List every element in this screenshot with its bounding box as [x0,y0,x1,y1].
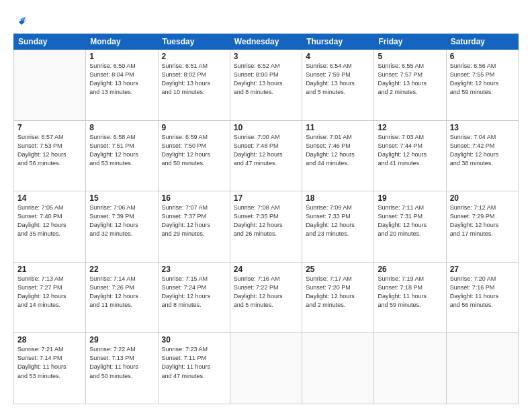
day-number: 13 [450,123,515,132]
logo-bird-icon [15,12,30,27]
calendar-cell: 20Sunrise: 7:12 AM Sunset: 7:29 PM Dayli… [446,191,518,263]
calendar-cell [302,333,374,404]
day-info: Sunrise: 7:03 AM Sunset: 7:44 PM Dayligh… [378,133,442,168]
day-number: 4 [306,52,370,61]
calendar-week-row: 1Sunrise: 6:50 AM Sunset: 8:04 PM Daylig… [14,50,519,121]
day-number: 2 [162,52,226,61]
page: SundayMondayTuesdayWednesdayThursdayFrid… [0,0,532,411]
calendar-cell: 7Sunrise: 6:57 AM Sunset: 7:53 PM Daylig… [14,120,86,191]
day-info: Sunrise: 7:09 AM Sunset: 7:33 PM Dayligh… [306,203,370,238]
day-info: Sunrise: 7:01 AM Sunset: 7:46 PM Dayligh… [306,133,370,168]
calendar-cell: 11Sunrise: 7:01 AM Sunset: 7:46 PM Dayli… [302,120,374,191]
calendar-week-row: 28Sunrise: 7:21 AM Sunset: 7:14 PM Dayli… [14,333,519,404]
day-info: Sunrise: 7:04 AM Sunset: 7:42 PM Dayligh… [450,133,515,168]
day-number: 18 [306,193,370,203]
day-info: Sunrise: 7:21 AM Sunset: 7:14 PM Dayligh… [17,345,82,380]
calendar-cell: 29Sunrise: 7:22 AM Sunset: 7:13 PM Dayli… [86,333,158,404]
logo [13,12,30,27]
day-info: Sunrise: 7:17 AM Sunset: 7:20 PM Dayligh… [306,275,370,310]
day-info: Sunrise: 7:05 AM Sunset: 7:40 PM Dayligh… [17,203,82,238]
calendar-cell: 24Sunrise: 7:16 AM Sunset: 7:22 PM Dayli… [230,262,302,333]
day-info: Sunrise: 7:11 AM Sunset: 7:31 PM Dayligh… [378,203,442,238]
day-number: 17 [234,193,298,203]
day-number: 27 [450,265,515,274]
day-info: Sunrise: 6:59 AM Sunset: 7:50 PM Dayligh… [162,133,226,168]
day-number: 26 [378,265,442,274]
day-number: 29 [89,335,154,345]
day-number: 5 [378,52,442,61]
calendar-week-row: 21Sunrise: 7:13 AM Sunset: 7:27 PM Dayli… [14,262,519,333]
calendar-cell: 19Sunrise: 7:11 AM Sunset: 7:31 PM Dayli… [374,191,446,263]
weekday-header-row: SundayMondayTuesdayWednesdayThursdayFrid… [14,34,519,50]
day-number: 14 [17,193,82,203]
calendar-cell [374,333,446,404]
calendar-cell: 6Sunrise: 6:56 AM Sunset: 7:55 PM Daylig… [446,50,518,121]
day-info: Sunrise: 7:06 AM Sunset: 7:39 PM Dayligh… [89,203,154,238]
weekday-header-sunday: Sunday [14,34,86,50]
day-number: 23 [162,265,226,274]
day-info: Sunrise: 7:22 AM Sunset: 7:13 PM Dayligh… [89,345,154,380]
calendar-cell: 13Sunrise: 7:04 AM Sunset: 7:42 PM Dayli… [446,120,518,191]
day-info: Sunrise: 7:15 AM Sunset: 7:24 PM Dayligh… [162,275,226,310]
calendar-cell: 4Sunrise: 6:54 AM Sunset: 7:59 PM Daylig… [302,50,374,121]
calendar-cell: 9Sunrise: 6:59 AM Sunset: 7:50 PM Daylig… [158,120,230,191]
calendar-cell: 14Sunrise: 7:05 AM Sunset: 7:40 PM Dayli… [14,191,86,263]
day-number: 12 [378,123,442,132]
day-number: 16 [162,193,226,203]
day-number: 10 [234,123,298,132]
day-info: Sunrise: 7:14 AM Sunset: 7:26 PM Dayligh… [89,275,154,310]
day-info: Sunrise: 6:58 AM Sunset: 7:51 PM Dayligh… [89,133,154,168]
calendar-cell: 22Sunrise: 7:14 AM Sunset: 7:26 PM Dayli… [86,262,158,333]
day-number: 20 [450,193,515,203]
calendar-cell: 8Sunrise: 6:58 AM Sunset: 7:51 PM Daylig… [86,120,158,191]
calendar-cell: 16Sunrise: 7:07 AM Sunset: 7:37 PM Dayli… [158,191,230,263]
weekday-header-thursday: Thursday [302,34,374,50]
calendar-cell: 2Sunrise: 6:51 AM Sunset: 8:02 PM Daylig… [158,50,230,121]
calendar-cell: 15Sunrise: 7:06 AM Sunset: 7:39 PM Dayli… [86,191,158,263]
calendar-cell: 21Sunrise: 7:13 AM Sunset: 7:27 PM Dayli… [14,262,86,333]
header [13,12,519,27]
day-number: 21 [17,265,82,274]
calendar-cell: 30Sunrise: 7:23 AM Sunset: 7:11 PM Dayli… [158,333,230,404]
day-number: 28 [17,335,82,345]
calendar-cell [14,50,86,121]
calendar-cell: 28Sunrise: 7:21 AM Sunset: 7:14 PM Dayli… [14,333,86,404]
day-number: 30 [162,335,226,345]
weekday-header-wednesday: Wednesday [230,34,302,50]
day-info: Sunrise: 7:19 AM Sunset: 7:18 PM Dayligh… [378,275,442,310]
day-info: Sunrise: 6:57 AM Sunset: 7:53 PM Dayligh… [17,133,82,168]
day-info: Sunrise: 7:13 AM Sunset: 7:27 PM Dayligh… [17,275,82,310]
calendar-cell: 12Sunrise: 7:03 AM Sunset: 7:44 PM Dayli… [374,120,446,191]
calendar-cell: 26Sunrise: 7:19 AM Sunset: 7:18 PM Dayli… [374,262,446,333]
day-number: 25 [306,265,370,274]
calendar-cell: 17Sunrise: 7:08 AM Sunset: 7:35 PM Dayli… [230,191,302,263]
day-number: 9 [162,123,226,132]
day-number: 15 [89,193,154,203]
day-info: Sunrise: 7:16 AM Sunset: 7:22 PM Dayligh… [234,275,298,310]
calendar: SundayMondayTuesdayWednesdayThursdayFrid… [13,34,519,404]
day-info: Sunrise: 7:23 AM Sunset: 7:11 PM Dayligh… [162,345,226,380]
calendar-cell: 27Sunrise: 7:20 AM Sunset: 7:16 PM Dayli… [446,262,518,333]
weekday-header-monday: Monday [86,34,158,50]
day-info: Sunrise: 7:07 AM Sunset: 7:37 PM Dayligh… [162,203,226,238]
weekday-header-friday: Friday [374,34,446,50]
day-info: Sunrise: 7:20 AM Sunset: 7:16 PM Dayligh… [450,275,515,310]
day-number: 22 [89,265,154,274]
calendar-cell [230,333,302,404]
day-info: Sunrise: 7:12 AM Sunset: 7:29 PM Dayligh… [450,203,515,238]
day-info: Sunrise: 6:52 AM Sunset: 8:00 PM Dayligh… [234,62,298,97]
calendar-cell: 10Sunrise: 7:00 AM Sunset: 7:48 PM Dayli… [230,120,302,191]
day-info: Sunrise: 7:00 AM Sunset: 7:48 PM Dayligh… [234,133,298,168]
calendar-cell: 3Sunrise: 6:52 AM Sunset: 8:00 PM Daylig… [230,50,302,121]
calendar-cell: 1Sunrise: 6:50 AM Sunset: 8:04 PM Daylig… [86,50,158,121]
day-info: Sunrise: 6:55 AM Sunset: 7:57 PM Dayligh… [378,62,442,97]
day-number: 19 [378,193,442,203]
day-number: 7 [17,123,82,132]
day-number: 3 [234,52,298,61]
day-number: 1 [89,52,154,61]
day-info: Sunrise: 6:54 AM Sunset: 7:59 PM Dayligh… [306,62,370,97]
day-number: 8 [89,123,154,132]
calendar-week-row: 7Sunrise: 6:57 AM Sunset: 7:53 PM Daylig… [14,120,519,191]
calendar-week-row: 14Sunrise: 7:05 AM Sunset: 7:40 PM Dayli… [14,191,519,263]
weekday-header-saturday: Saturday [446,34,518,50]
